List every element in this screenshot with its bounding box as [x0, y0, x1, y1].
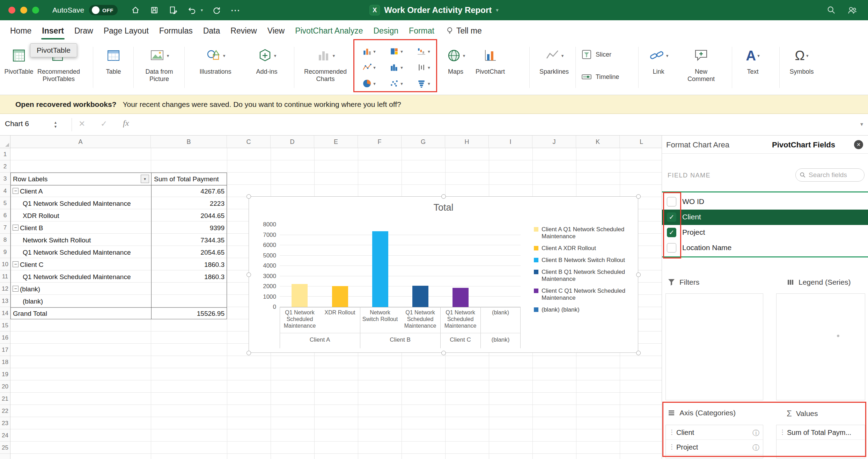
pivotchart-ribbon-button[interactable]: PivotChart [472, 45, 508, 75]
worksheet-grid[interactable]: ABCDEFGHIJKL 123456789101112131415161718… [0, 136, 662, 459]
legend-item[interactable]: Client B Q1 Network Scheduled Maintenanc… [534, 269, 630, 283]
sparklines-caret[interactable]: ▾ [561, 53, 564, 58]
title-dropdown-caret[interactable]: ▾ [496, 7, 499, 13]
sparklines-button[interactable]: ▾ Sparklines [535, 45, 573, 75]
chart-resize-handle[interactable] [247, 272, 251, 277]
chart-title[interactable]: Total [249, 202, 638, 213]
legend-item[interactable]: Client B Network Switch Rollout [534, 257, 630, 264]
column-header-G[interactable]: G [402, 136, 445, 148]
pivot-row[interactable]: Q1 Network Scheduled Maintenance 2054.65 [11, 246, 227, 258]
add-ins-caret[interactable]: ▾ [274, 53, 277, 58]
row-header-9[interactable]: 9 [0, 246, 10, 258]
field-client[interactable]: ✓ Client [662, 210, 868, 225]
symbols-button[interactable]: Ω ▾ Symbols [785, 45, 818, 75]
illustrations-button[interactable]: ▾ Illustrations [193, 45, 238, 75]
close-window-button[interactable] [8, 7, 15, 14]
pivot-row[interactable]: (blank) [11, 295, 227, 307]
name-box[interactable]: Chart 6 [5, 119, 29, 128]
row-header-16[interactable]: 16 [0, 332, 10, 344]
column-header-C[interactable]: C [227, 136, 271, 148]
chart-resize-handle[interactable] [441, 351, 446, 355]
collapse-client-b-button[interactable]: − [13, 225, 19, 231]
values-item-sum-of-total-payment[interactable]: ⋮ Sum of Total Paym... [777, 425, 865, 440]
slicer-button[interactable]: Slicer [581, 49, 611, 60]
home-icon[interactable] [130, 5, 141, 15]
pivot-row[interactable]: − (blank) [11, 283, 227, 295]
chart-resize-handle[interactable] [247, 351, 251, 355]
illustrations-caret[interactable]: ▾ [223, 53, 226, 58]
new-comment-button[interactable]: New Comment [681, 45, 721, 82]
field-project[interactable]: ✓ Project [662, 225, 868, 240]
tab-design[interactable]: Design [368, 20, 404, 41]
pivot-grand-total-row[interactable]: Grand Total 15526.95 [11, 307, 227, 320]
info-icon[interactable]: ⓘ [752, 443, 759, 452]
insert-stock-chart-button[interactable]: ▾ [411, 60, 436, 75]
chart-resize-handle[interactable] [441, 194, 446, 199]
autosave-toggle[interactable]: OFF [89, 5, 118, 15]
checkbox-location-name[interactable] [667, 243, 676, 253]
pivot-row[interactable]: − Client B 9399 [11, 222, 227, 234]
row-labels-filter-button[interactable]: ▾ [141, 175, 149, 183]
row-header-19[interactable]: 19 [0, 368, 10, 380]
row-header-3[interactable]: 3 [0, 173, 10, 185]
tell-me[interactable]: Tell me [446, 26, 482, 36]
chart-resize-handle[interactable] [636, 194, 641, 199]
column-header-J[interactable]: J [532, 136, 576, 148]
bar-client-c-q1-maintenance[interactable] [453, 288, 469, 307]
table-button[interactable]: Table [100, 45, 127, 75]
chart-resize-handle[interactable] [247, 194, 251, 199]
row-header-2[interactable]: 2 [0, 160, 10, 173]
info-icon[interactable]: ⓘ [752, 428, 759, 438]
legend-item[interactable]: Client A XDR Rollout [534, 245, 630, 252]
pivot-row[interactable]: Network Switch Rollout 7344.35 [11, 234, 227, 246]
row-header-23[interactable]: 23 [0, 417, 10, 429]
checkbox-project[interactable]: ✓ [667, 228, 676, 237]
insert-scatter-chart-button[interactable]: ▾ [384, 76, 409, 91]
undo-dropdown-caret[interactable]: ▾ [201, 8, 203, 13]
row-header-15[interactable]: 15 [0, 319, 10, 332]
add-ins-button[interactable]: ▾ Add-ins [249, 45, 285, 75]
save-icon[interactable] [149, 5, 160, 15]
bar-client-a-xdr-rollout[interactable] [332, 286, 348, 307]
checkbox-wo-id[interactable] [667, 197, 676, 206]
row-header-14[interactable]: 14 [0, 307, 10, 319]
recommended-charts-caret[interactable]: ▾ [333, 53, 335, 58]
axis-drop-area[interactable]: ⋮ Client ⓘ ⋮ Project ⓘ [665, 425, 763, 458]
tab-view[interactable]: View [262, 20, 290, 41]
row-header-25[interactable]: 25 [0, 442, 10, 454]
collapse-client-c-button[interactable]: − [13, 261, 19, 267]
row-header-13[interactable]: 13 [0, 295, 10, 307]
row-header-4[interactable]: 4 [0, 185, 10, 197]
bar-client-b-q1-maintenance[interactable] [412, 286, 428, 307]
document-title[interactable]: Work Order Activity Report [384, 5, 492, 15]
legend-item[interactable]: (blank) (blank) [534, 306, 630, 313]
chart-resize-handle[interactable] [636, 272, 641, 277]
maps-button[interactable]: ▾ Maps [441, 45, 471, 75]
insert-pie-chart-button[interactable]: ▾ [357, 76, 381, 91]
close-pane-icon[interactable]: ✕ [854, 140, 863, 149]
insert-waterfall-chart-button[interactable]: ▾ [411, 44, 436, 59]
tab-review[interactable]: Review [225, 20, 262, 41]
pivot-row[interactable]: − Client C 1860.3 [11, 258, 227, 271]
pivot-chart[interactable]: Total 8000 7000 6000 5000 4000 3000 2000… [249, 196, 638, 353]
row-header-1[interactable]: 1 [0, 148, 10, 160]
legend-item[interactable]: Client C Q1 Network Scheduled Maintenanc… [534, 287, 630, 301]
row-header-24[interactable]: 24 [0, 429, 10, 442]
recommended-charts-button[interactable]: ▾ Recommended Charts [301, 45, 350, 82]
column-header-L[interactable]: L [620, 136, 662, 148]
link-caret[interactable]: ▾ [666, 53, 669, 58]
text-button[interactable]: A ▾ Text [737, 45, 768, 75]
values-drop-area[interactable]: ⋮ Sum of Total Paym... [776, 425, 865, 458]
minimize-window-button[interactable] [20, 7, 27, 14]
share-people-icon[interactable] [847, 5, 858, 15]
tab-format-chart-area[interactable]: Format Chart Area [666, 140, 729, 150]
row-header-8[interactable]: 8 [0, 234, 10, 246]
row-header-7[interactable]: 7 [0, 221, 10, 234]
save-as-icon[interactable] [168, 5, 178, 15]
insert-function-button[interactable]: fx [123, 118, 129, 128]
undo-button[interactable] [187, 5, 197, 15]
insert-line-chart-button[interactable]: ▾ [357, 60, 381, 75]
pivot-row[interactable]: − Client A 4267.65 [11, 185, 227, 197]
name-box-stepper[interactable]: ▲▼ [50, 118, 61, 131]
more-commands-button[interactable]: ⋯ [230, 5, 241, 15]
